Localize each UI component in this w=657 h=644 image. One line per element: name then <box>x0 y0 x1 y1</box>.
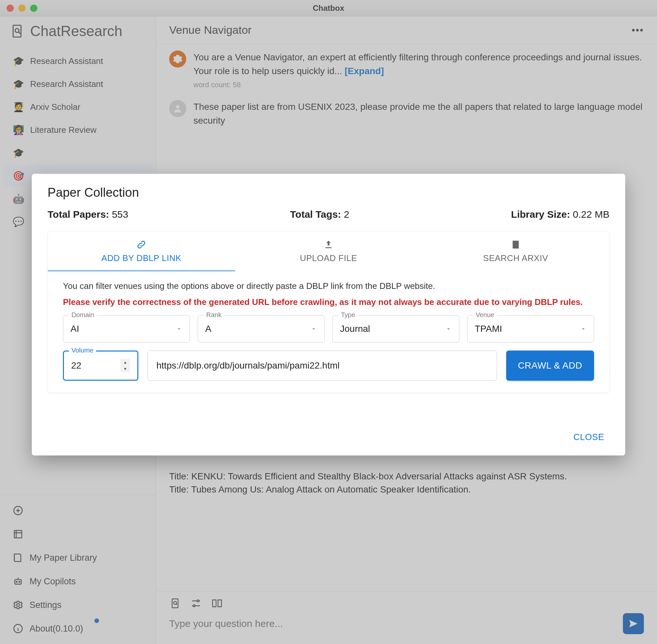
tab-label: SEARCH ARXIV <box>483 253 548 263</box>
field-value: A <box>205 324 211 334</box>
stat-library-size: Library Size: 0.22 MB <box>511 209 609 220</box>
url-value: https://dblp.org/db/journals/pami/pami22… <box>156 360 339 371</box>
modal-overlay[interactable]: Paper Collection Total Papers: 553 Total… <box>0 0 657 644</box>
volume-stepper[interactable]: ▲ ▼ <box>120 359 130 372</box>
volume-input[interactable]: Volume 22 ▲ ▼ <box>63 350 138 381</box>
field-label: Domain <box>69 311 97 319</box>
chevron-down-icon <box>580 326 587 332</box>
rank-select[interactable]: Rank A <box>198 315 325 343</box>
tab-dblp-link[interactable]: ADD BY DBLP LINK <box>48 231 235 271</box>
chevron-down-icon <box>310 326 317 332</box>
stat-total-papers: Total Papers: 553 <box>48 209 128 220</box>
tab-search-arxiv[interactable]: SEARCH ARXIV <box>422 231 609 271</box>
domain-select[interactable]: Domain AI <box>63 315 190 343</box>
type-select[interactable]: Type Journal <box>332 315 459 343</box>
field-label: Type <box>338 311 358 319</box>
paper-collection-modal: Paper Collection Total Papers: 553 Total… <box>32 174 625 456</box>
crawl-add-button[interactable]: CRAWL & ADD <box>506 350 594 381</box>
stat-total-tags: Total Tags: 2 <box>290 209 350 220</box>
link-icon <box>136 239 146 250</box>
modal-title: Paper Collection <box>48 186 609 200</box>
tab-upload-file[interactable]: UPLOAD FILE <box>235 231 422 271</box>
warning-text: Please verify the correctness of the gen… <box>63 297 594 307</box>
stepper-up[interactable]: ▲ <box>120 359 130 366</box>
field-value: 22 <box>71 360 81 371</box>
field-value: TPAMI <box>475 324 502 334</box>
field-label: Rank <box>204 311 224 319</box>
field-label: Volume <box>69 347 96 354</box>
helper-text: You can filter venues using the options … <box>63 281 594 291</box>
chevron-down-icon <box>445 326 452 332</box>
stepper-down[interactable]: ▼ <box>120 366 130 372</box>
url-input[interactable]: https://dblp.org/db/journals/pami/pami22… <box>147 350 497 381</box>
tab-label: UPLOAD FILE <box>300 253 357 263</box>
field-value: AI <box>70 324 79 334</box>
close-button[interactable]: CLOSE <box>568 429 609 445</box>
tab-label: ADD BY DBLP LINK <box>101 253 181 263</box>
document-icon <box>511 239 521 250</box>
venue-select[interactable]: Venue TPAMI <box>467 315 594 343</box>
chevron-down-icon <box>176 326 182 332</box>
field-label: Venue <box>473 311 497 319</box>
upload-icon <box>323 239 334 250</box>
field-value: Journal <box>340 324 370 334</box>
